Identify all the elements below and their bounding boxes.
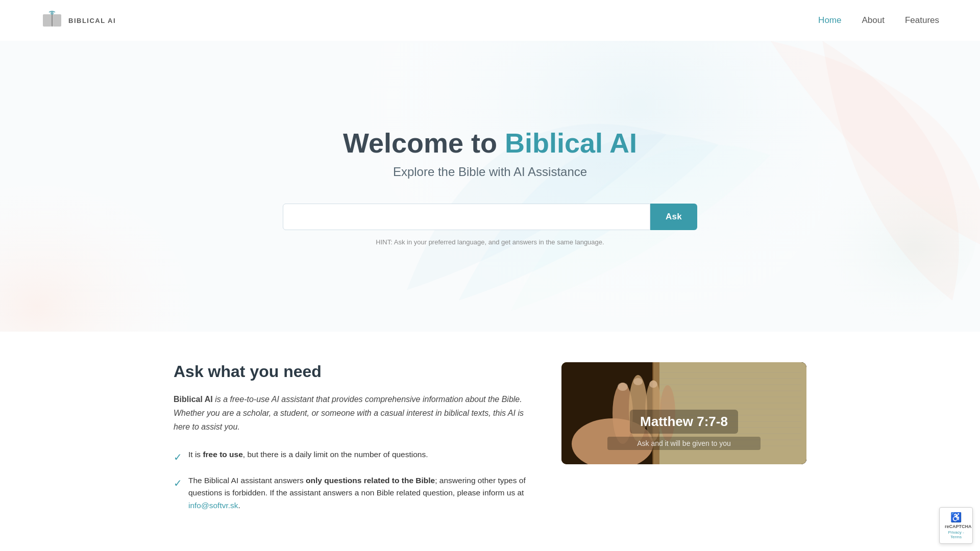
- logo-icon: [41, 9, 63, 32]
- verse-text: Ask and it will be given to you: [607, 437, 761, 450]
- check-text-1: It is free to use, but there is a daily …: [188, 448, 428, 461]
- recaptcha-logo: ♿: [945, 512, 967, 523]
- check1-prefix: It is: [188, 450, 203, 459]
- hero-title: Welcome to Biblical AI: [0, 127, 980, 159]
- hero-title-accent: Biblical AI: [505, 128, 637, 158]
- check-text-2: The Biblical AI assistant answers only q…: [188, 474, 531, 512]
- header: BIBLICAL AI Home About Features: [0, 0, 980, 41]
- verse-reference: Matthew 7:7-8: [630, 410, 738, 434]
- nav-about[interactable]: About: [862, 15, 884, 26]
- hint-text: HINT: Ask in your preferred language, an…: [0, 238, 980, 246]
- logo-text: BIBLICAL AI: [68, 17, 116, 24]
- logo-area[interactable]: BIBLICAL AI: [41, 9, 116, 32]
- recaptcha-badge: ♿ reCAPTCHA Privacy - Terms: [939, 507, 973, 544]
- nav-features[interactable]: Features: [905, 15, 939, 26]
- check-icon-1: ✓: [174, 449, 182, 465]
- bible-photo: Matthew 7:7-8 Ask and it will be given t…: [561, 362, 806, 464]
- search-input[interactable]: [283, 204, 650, 230]
- hero-content: Welcome to Biblical AI Explore the Bible…: [0, 127, 980, 246]
- recaptcha-label: reCAPTCHA: [945, 524, 967, 529]
- svg-point-3: [51, 12, 54, 15]
- check1-suffix: , but there is a daily limit on the numb…: [243, 450, 428, 459]
- lower-section: Ask what you need Biblical AI is a free-…: [133, 332, 847, 551]
- bible-image-container: Matthew 7:7-8 Ask and it will be given t…: [561, 362, 806, 464]
- check-icon-2: ✓: [174, 475, 182, 491]
- svg-point-31: [649, 381, 657, 388]
- svg-rect-0: [43, 14, 52, 27]
- main-nav: Home About Features: [818, 15, 939, 26]
- check-item-2: ✓ The Biblical AI assistant answers only…: [174, 474, 531, 512]
- section-description: Biblical AI is a free-to-use AI assistan…: [174, 392, 531, 434]
- contact-email-link[interactable]: info@softvr.sk: [188, 501, 238, 510]
- svg-rect-1: [53, 14, 61, 27]
- desc-text: is a free-to-use AI assistant that provi…: [174, 395, 524, 431]
- verse-overlay: Matthew 7:7-8 Ask and it will be given t…: [607, 410, 761, 450]
- check2-end: .: [238, 501, 240, 510]
- left-content: Ask what you need Biblical AI is a free-…: [174, 362, 531, 521]
- check-item-1: ✓ It is free to use, but there is a dail…: [174, 448, 531, 465]
- svg-point-29: [618, 383, 628, 391]
- hero-section: Welcome to Biblical AI Explore the Bible…: [0, 41, 980, 332]
- check2-bold: only questions related to the Bible: [306, 476, 435, 485]
- search-row: Ask: [0, 204, 980, 230]
- nav-home[interactable]: Home: [818, 15, 841, 26]
- check1-bold: free to use: [203, 450, 242, 459]
- section-title: Ask what you need: [174, 362, 531, 381]
- hero-title-prefix: Welcome to: [343, 128, 505, 158]
- svg-point-30: [633, 378, 643, 385]
- ask-button[interactable]: Ask: [650, 204, 697, 230]
- check2-prefix: The Biblical AI assistant answers: [188, 476, 306, 485]
- desc-brand: Biblical AI: [174, 395, 213, 404]
- hero-subtitle: Explore the Bible with AI Assistance: [0, 165, 980, 179]
- recaptcha-links[interactable]: Privacy - Terms: [945, 530, 967, 539]
